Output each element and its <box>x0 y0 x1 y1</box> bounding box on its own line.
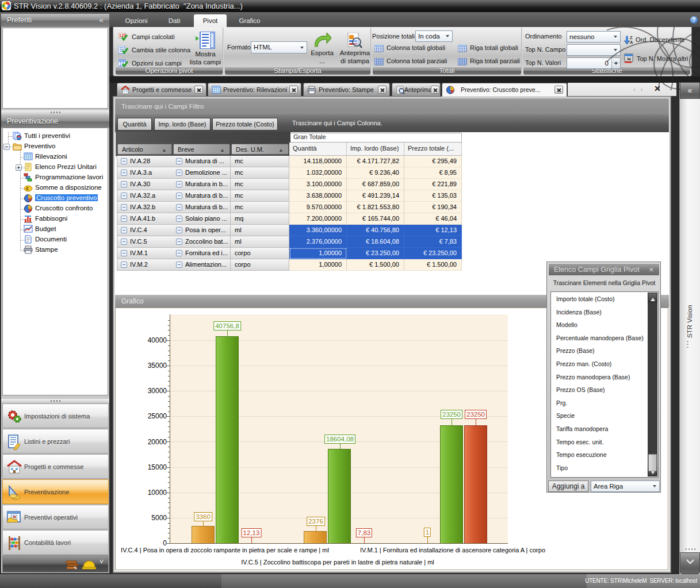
svg-text:N: N <box>628 57 630 61</box>
svg-text:€: € <box>26 186 29 191</box>
svg-text:A: A <box>630 40 633 45</box>
